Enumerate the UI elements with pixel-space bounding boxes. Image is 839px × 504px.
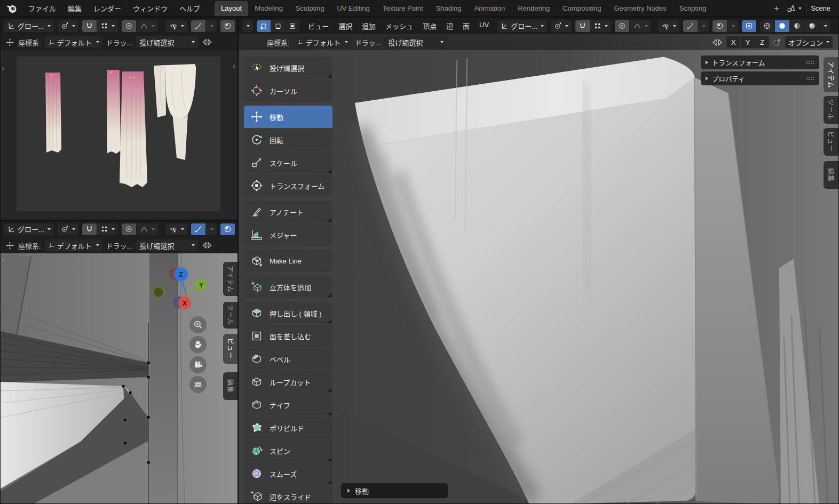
menu-add[interactable]: 追加 (357, 21, 381, 31)
transform-orientation-dropdown[interactable]: グロー... (4, 223, 54, 235)
tool-make-line[interactable]: Make Line (244, 250, 333, 272)
xray-toggle[interactable] (742, 20, 756, 32)
sidebar-tab-item[interactable]: アイテム (824, 57, 839, 92)
menu-help[interactable]: ヘルプ (173, 3, 206, 13)
coord-system-dropdown[interactable]: デフォルト (45, 239, 102, 251)
sidebar-tab-tool[interactable]: ツール (223, 302, 238, 329)
visibility-dropdown[interactable] (658, 20, 679, 32)
show-gizmo-toggle[interactable] (683, 20, 698, 32)
workspace-tab-texture-paint[interactable]: Texture Paint (376, 1, 430, 16)
transform-orientation-dropdown[interactable]: グロー... (497, 20, 547, 32)
tool-loop-cut[interactable]: ループカット (244, 371, 333, 393)
tool-measure[interactable]: メジャー (244, 223, 333, 246)
shading-dropdown[interactable] (820, 20, 830, 32)
menu-edge[interactable]: 辺 (441, 21, 458, 31)
expand-toolbar-arrow[interactable]: › (2, 256, 4, 263)
proportional-editing-toggle[interactable] (122, 20, 136, 32)
workspace-tab-rendering[interactable]: Rendering (511, 1, 556, 16)
sidebar-tab-view[interactable]: ビュー (223, 334, 238, 364)
tool-edge-slide[interactable]: 辺をスライド (244, 485, 333, 504)
menu-file[interactable]: ファイル (22, 3, 62, 13)
gizmo-settings-dropdown[interactable] (206, 223, 217, 235)
tool-lasso-select[interactable]: 投げ縄選択 (244, 57, 333, 79)
tool-bevel[interactable]: ベベル (244, 348, 333, 370)
tool-scale[interactable]: スケール (244, 151, 333, 174)
perspective-toggle-button[interactable] (189, 376, 207, 393)
mirror-icon[interactable] (202, 38, 212, 46)
snap-settings-dropdown[interactable] (97, 20, 118, 32)
overlays-settings-dropdown[interactable] (727, 20, 738, 32)
tool-spin[interactable]: スピン (244, 439, 333, 462)
snap-settings-dropdown[interactable] (590, 20, 611, 32)
camera-view-button[interactable] (189, 356, 207, 373)
workspace-tab-shading[interactable]: Shading (430, 1, 468, 16)
tool-poly-build[interactable]: ポリビルド (244, 417, 333, 439)
workspace-tab-animation[interactable]: Animation (468, 1, 511, 16)
add-workspace-button[interactable]: + (771, 3, 782, 14)
tool-rotate[interactable]: 回転 (244, 129, 333, 151)
tool-annotate[interactable]: アノテート (244, 201, 333, 223)
tool-inset-faces[interactable]: 面を差し込む (244, 325, 333, 347)
gizmo-settings-dropdown[interactable] (206, 20, 217, 32)
snap-toggle[interactable] (575, 20, 590, 32)
tool-move[interactable]: 移動 (244, 106, 333, 128)
tool-options-dropdown[interactable]: オプション (785, 36, 833, 48)
collapse-sidebar-arrow[interactable]: ‹ (233, 62, 235, 70)
coord-system-dropdown[interactable]: デフォルト (45, 36, 102, 48)
edge-select-button[interactable] (271, 20, 285, 32)
workspace-tab-geometry-nodes[interactable]: Geometry Nodes (607, 1, 672, 16)
mirror-y-button[interactable]: Y (741, 36, 755, 48)
workspace-tab-compositing[interactable]: Compositing (556, 1, 607, 16)
pivot-point-dropdown[interactable] (551, 20, 572, 32)
proportional-editing-toggle[interactable] (615, 20, 629, 32)
workspace-tab-sculpting[interactable]: Sculpting (289, 1, 330, 16)
scene-name[interactable]: Scene (811, 4, 830, 12)
menu-window[interactable]: ウィンドウ (127, 3, 173, 13)
pivot-point-dropdown[interactable] (58, 20, 78, 32)
workspace-tab-modeling[interactable]: Modeling (248, 1, 289, 16)
operator-panel[interactable]: 移動 (341, 483, 448, 498)
shading-wireframe-button[interactable] (760, 20, 774, 32)
mirror-x-button[interactable]: X (726, 36, 740, 48)
coord-system-dropdown[interactable]: デフォルト (294, 36, 351, 48)
transform-panel-header[interactable]: トランスフォーム (701, 55, 819, 69)
show-gizmo-toggle[interactable] (191, 20, 205, 32)
tool-smooth[interactable]: スムーズ (244, 462, 333, 485)
transform-orientation-dropdown[interactable]: グロー... (4, 20, 54, 32)
sidebar-tab-item[interactable]: アイテム (223, 262, 238, 296)
mirror-icon[interactable] (202, 241, 212, 250)
shading-material-button[interactable] (790, 20, 804, 32)
face-select-button[interactable] (286, 20, 299, 32)
workspace-tab-layout[interactable]: Layout (215, 1, 248, 16)
properties-panel-header[interactable]: プロパティ (701, 71, 819, 85)
proportional-falloff-dropdown[interactable] (137, 223, 158, 235)
snap-individual-icon[interactable] (772, 38, 782, 47)
sidebar-tab-tool[interactable]: ツール (824, 96, 839, 124)
show-overlays-toggle[interactable] (713, 20, 727, 32)
menu-view[interactable]: ビュー (303, 21, 334, 31)
pivot-point-dropdown[interactable] (58, 223, 78, 235)
blender-logo-icon[interactable] (5, 3, 18, 14)
scene-dropdown[interactable] (787, 4, 802, 13)
viewport-canvas-top-left[interactable] (1, 50, 238, 220)
gizmo-axis-neg-y[interactable] (153, 287, 164, 298)
menu-uv[interactable]: UV (474, 21, 494, 31)
drag-dots-icon[interactable] (806, 60, 814, 65)
show-overlays-toggle[interactable] (220, 20, 235, 32)
tool-extrude-region[interactable]: 押し出し ( 領域 ) (244, 302, 333, 324)
drag-mode-dropdown[interactable]: 投げ縄選択 (136, 239, 198, 251)
proportional-falloff-dropdown[interactable] (137, 20, 158, 32)
mirror-icon[interactable] (711, 38, 723, 47)
zoom-button[interactable] (189, 316, 207, 333)
drag-mode-dropdown[interactable]: 投げ縄選択 (385, 36, 447, 48)
pan-button[interactable] (189, 336, 207, 353)
workspace-tab-scripting[interactable]: Scripting (673, 1, 713, 16)
show-gizmo-toggle[interactable] (191, 223, 205, 235)
tool-cursor[interactable]: カーソル (244, 79, 333, 102)
menu-face[interactable]: 面 (458, 21, 474, 31)
vertex-select-button[interactable] (257, 20, 271, 32)
visibility-dropdown[interactable] (166, 223, 187, 235)
shading-rendered-button[interactable] (805, 20, 819, 32)
visibility-dropdown[interactable] (166, 20, 187, 32)
menu-render[interactable]: レンダー (88, 3, 127, 13)
